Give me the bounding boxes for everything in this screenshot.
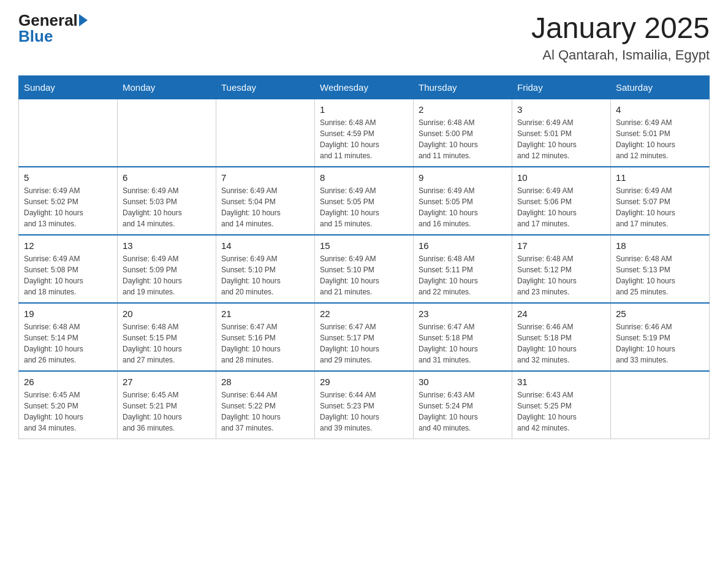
day-info: Sunrise: 6:46 AM Sunset: 5:19 PM Dayligh…	[616, 321, 704, 366]
calendar-cell: 23Sunrise: 6:47 AM Sunset: 5:18 PM Dayli…	[414, 303, 512, 371]
calendar-cell: 31Sunrise: 6:43 AM Sunset: 5:25 PM Dayli…	[512, 371, 611, 439]
day-number: 21	[221, 308, 309, 319]
calendar-week-row: 5Sunrise: 6:49 AM Sunset: 5:02 PM Daylig…	[19, 167, 710, 235]
title-block: January 2025 Al Qantarah, Ismailia, Egyp…	[531, 12, 710, 63]
logo: General Blue	[18, 12, 88, 44]
day-number: 27	[123, 377, 211, 387]
calendar-header-sunday: Sunday	[19, 75, 118, 99]
calendar-cell: 7Sunrise: 6:49 AM Sunset: 5:04 PM Daylig…	[216, 167, 315, 235]
calendar-cell: 12Sunrise: 6:49 AM Sunset: 5:08 PM Dayli…	[19, 235, 118, 303]
calendar-cell: 21Sunrise: 6:47 AM Sunset: 5:16 PM Dayli…	[216, 303, 315, 371]
month-title: January 2025	[531, 12, 710, 45]
calendar-cell: 29Sunrise: 6:44 AM Sunset: 5:23 PM Dayli…	[315, 371, 414, 439]
day-info: Sunrise: 6:44 AM Sunset: 5:23 PM Dayligh…	[320, 389, 408, 434]
calendar-cell: 9Sunrise: 6:49 AM Sunset: 5:05 PM Daylig…	[414, 167, 512, 235]
day-info: Sunrise: 6:49 AM Sunset: 5:04 PM Dayligh…	[221, 185, 309, 229]
calendar-cell: 1Sunrise: 6:48 AM Sunset: 4:59 PM Daylig…	[315, 99, 414, 167]
calendar-table: SundayMondayTuesdayWednesdayThursdayFrid…	[18, 75, 710, 439]
calendar-cell: 4Sunrise: 6:49 AM Sunset: 5:01 PM Daylig…	[611, 99, 710, 167]
day-info: Sunrise: 6:49 AM Sunset: 5:07 PM Dayligh…	[616, 185, 704, 229]
calendar-cell	[611, 371, 710, 439]
calendar-cell: 8Sunrise: 6:49 AM Sunset: 5:05 PM Daylig…	[315, 167, 414, 235]
day-number: 14	[221, 240, 309, 251]
day-info: Sunrise: 6:48 AM Sunset: 5:14 PM Dayligh…	[24, 321, 112, 366]
calendar-cell: 2Sunrise: 6:48 AM Sunset: 5:00 PM Daylig…	[414, 99, 512, 167]
day-number: 24	[517, 308, 605, 319]
day-number: 25	[616, 308, 704, 319]
calendar-cell: 18Sunrise: 6:48 AM Sunset: 5:13 PM Dayli…	[611, 235, 710, 303]
day-info: Sunrise: 6:49 AM Sunset: 5:03 PM Dayligh…	[123, 185, 211, 229]
page-header: General Blue January 2025 Al Qantarah, I…	[18, 12, 710, 63]
day-info: Sunrise: 6:48 AM Sunset: 5:15 PM Dayligh…	[123, 321, 211, 366]
calendar-cell: 11Sunrise: 6:49 AM Sunset: 5:07 PM Dayli…	[611, 167, 710, 235]
calendar-header-row: SundayMondayTuesdayWednesdayThursdayFrid…	[19, 75, 710, 99]
calendar-cell	[118, 99, 216, 167]
day-info: Sunrise: 6:49 AM Sunset: 5:02 PM Dayligh…	[24, 185, 112, 229]
day-info: Sunrise: 6:49 AM Sunset: 5:05 PM Dayligh…	[419, 185, 507, 229]
calendar-week-row: 12Sunrise: 6:49 AM Sunset: 5:08 PM Dayli…	[19, 235, 710, 303]
day-number: 19	[24, 308, 112, 319]
calendar-cell: 26Sunrise: 6:45 AM Sunset: 5:20 PM Dayli…	[19, 371, 118, 439]
day-number: 13	[123, 240, 211, 251]
day-info: Sunrise: 6:49 AM Sunset: 5:08 PM Dayligh…	[24, 253, 112, 297]
day-number: 12	[24, 240, 112, 251]
day-info: Sunrise: 6:48 AM Sunset: 5:12 PM Dayligh…	[517, 253, 605, 297]
location-title: Al Qantarah, Ismailia, Egypt	[531, 47, 710, 63]
day-info: Sunrise: 6:48 AM Sunset: 5:13 PM Dayligh…	[616, 253, 704, 297]
calendar-header-thursday: Thursday	[414, 75, 512, 99]
calendar-week-row: 26Sunrise: 6:45 AM Sunset: 5:20 PM Dayli…	[19, 371, 710, 439]
day-number: 15	[320, 240, 408, 251]
calendar-cell: 28Sunrise: 6:44 AM Sunset: 5:22 PM Dayli…	[216, 371, 315, 439]
logo-blue-text: Blue	[18, 28, 53, 44]
logo-general-text: General	[18, 12, 78, 28]
calendar-header-monday: Monday	[118, 75, 216, 99]
calendar-cell	[19, 99, 118, 167]
calendar-week-row: 19Sunrise: 6:48 AM Sunset: 5:14 PM Dayli…	[19, 303, 710, 371]
day-info: Sunrise: 6:45 AM Sunset: 5:21 PM Dayligh…	[123, 389, 211, 434]
day-number: 5	[24, 172, 112, 183]
day-info: Sunrise: 6:49 AM Sunset: 5:10 PM Dayligh…	[320, 253, 408, 297]
calendar-cell	[216, 99, 315, 167]
day-number: 17	[517, 240, 605, 251]
day-info: Sunrise: 6:47 AM Sunset: 5:16 PM Dayligh…	[221, 321, 309, 366]
day-number: 28	[221, 377, 309, 387]
day-info: Sunrise: 6:49 AM Sunset: 5:06 PM Dayligh…	[517, 185, 605, 229]
calendar-header-wednesday: Wednesday	[315, 75, 414, 99]
day-info: Sunrise: 6:49 AM Sunset: 5:09 PM Dayligh…	[123, 253, 211, 297]
day-number: 22	[320, 308, 408, 319]
day-number: 2	[419, 104, 507, 115]
day-info: Sunrise: 6:49 AM Sunset: 5:05 PM Dayligh…	[320, 185, 408, 229]
day-info: Sunrise: 6:49 AM Sunset: 5:10 PM Dayligh…	[221, 253, 309, 297]
day-number: 4	[616, 104, 704, 115]
calendar-cell: 25Sunrise: 6:46 AM Sunset: 5:19 PM Dayli…	[611, 303, 710, 371]
calendar-cell: 27Sunrise: 6:45 AM Sunset: 5:21 PM Dayli…	[118, 371, 216, 439]
day-number: 7	[221, 172, 309, 183]
day-number: 3	[517, 104, 605, 115]
day-number: 20	[123, 308, 211, 319]
day-info: Sunrise: 6:43 AM Sunset: 5:25 PM Dayligh…	[517, 389, 605, 434]
day-number: 6	[123, 172, 211, 183]
day-info: Sunrise: 6:47 AM Sunset: 5:17 PM Dayligh…	[320, 321, 408, 366]
logo-arrow-icon	[79, 14, 88, 26]
calendar-cell: 14Sunrise: 6:49 AM Sunset: 5:10 PM Dayli…	[216, 235, 315, 303]
day-info: Sunrise: 6:48 AM Sunset: 5:00 PM Dayligh…	[419, 117, 507, 161]
calendar-cell: 5Sunrise: 6:49 AM Sunset: 5:02 PM Daylig…	[19, 167, 118, 235]
day-number: 9	[419, 172, 507, 183]
day-number: 10	[517, 172, 605, 183]
calendar-cell: 16Sunrise: 6:48 AM Sunset: 5:11 PM Dayli…	[414, 235, 512, 303]
day-info: Sunrise: 6:45 AM Sunset: 5:20 PM Dayligh…	[24, 389, 112, 434]
calendar-cell: 6Sunrise: 6:49 AM Sunset: 5:03 PM Daylig…	[118, 167, 216, 235]
calendar-cell: 17Sunrise: 6:48 AM Sunset: 5:12 PM Dayli…	[512, 235, 611, 303]
calendar-header-tuesday: Tuesday	[216, 75, 315, 99]
calendar-cell: 22Sunrise: 6:47 AM Sunset: 5:17 PM Dayli…	[315, 303, 414, 371]
day-info: Sunrise: 6:48 AM Sunset: 4:59 PM Dayligh…	[320, 117, 408, 161]
calendar-cell: 20Sunrise: 6:48 AM Sunset: 5:15 PM Dayli…	[118, 303, 216, 371]
day-info: Sunrise: 6:49 AM Sunset: 5:01 PM Dayligh…	[517, 117, 605, 161]
calendar-week-row: 1Sunrise: 6:48 AM Sunset: 4:59 PM Daylig…	[19, 99, 710, 167]
day-info: Sunrise: 6:44 AM Sunset: 5:22 PM Dayligh…	[221, 389, 309, 434]
day-number: 11	[616, 172, 704, 183]
calendar-cell: 10Sunrise: 6:49 AM Sunset: 5:06 PM Dayli…	[512, 167, 611, 235]
calendar-cell: 3Sunrise: 6:49 AM Sunset: 5:01 PM Daylig…	[512, 99, 611, 167]
day-info: Sunrise: 6:43 AM Sunset: 5:24 PM Dayligh…	[419, 389, 507, 434]
calendar-cell: 24Sunrise: 6:46 AM Sunset: 5:18 PM Dayli…	[512, 303, 611, 371]
